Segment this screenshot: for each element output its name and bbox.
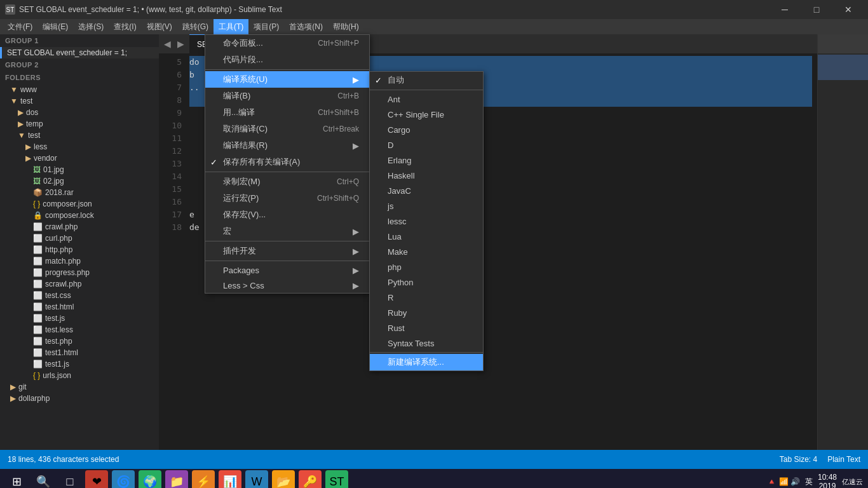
menu-entry-plugin-dev[interactable]: 插件开发 ▶ xyxy=(205,243,369,259)
buildsys-make[interactable]: Make xyxy=(370,244,483,259)
buildsys-r[interactable]: R xyxy=(370,290,483,305)
prev-tab-arrow[interactable]: ◀ xyxy=(161,37,173,50)
start-button[interactable]: ⊞ xyxy=(5,470,28,488)
buildsys-js[interactable]: js xyxy=(370,198,483,214)
buildsys-lessc[interactable]: lessc xyxy=(370,214,483,229)
tree-item-matchphp[interactable]: ⬜ match.php xyxy=(0,255,159,267)
app7-button[interactable]: W xyxy=(245,470,268,488)
menu-preferences[interactable]: 首选项(N) xyxy=(284,19,328,34)
menu-find[interactable]: 查找(I) xyxy=(109,19,141,34)
buildsys-d[interactable]: D xyxy=(370,137,483,152)
tree-item-test2[interactable]: ▼ test xyxy=(0,130,159,141)
menu-entry-save-all-build[interactable]: ✓ 保存所有有关编译(A) xyxy=(205,154,369,170)
buildsys-auto[interactable]: ✓ 自动 xyxy=(370,72,483,88)
tree-item-scrawlphp[interactable]: ⬜ scrawl.php xyxy=(0,278,159,290)
app8-button[interactable]: 📂 xyxy=(272,470,295,488)
buildsys-javac[interactable]: JavaC xyxy=(370,183,483,198)
buildsys-php[interactable]: php xyxy=(370,259,483,274)
tree-item-composerlock[interactable]: 🔒 composer.lock xyxy=(0,210,159,221)
menu-entry-snippets[interactable]: 代码片段... xyxy=(205,51,369,68)
tree-item-dos[interactable]: ▶ dos xyxy=(0,107,159,118)
json-file-icon: { } xyxy=(33,200,40,208)
tree-item-dollarphp[interactable]: ▶ dollarphp xyxy=(0,393,159,404)
close-button[interactable]: ✕ xyxy=(834,0,863,19)
menu-edit[interactable]: 编辑(E) xyxy=(37,19,73,34)
next-tab-arrow[interactable]: ▶ xyxy=(175,37,187,50)
app5-button[interactable]: ⚡ xyxy=(192,470,215,488)
tree-item-less[interactable]: ▶ less xyxy=(0,141,159,152)
image-file-icon: 🖼 xyxy=(33,165,41,174)
tree-item-curlphp[interactable]: ⬜ curl.php xyxy=(0,233,159,244)
menu-entry-build-results[interactable]: 编译结果(R) ▶ xyxy=(205,137,369,154)
clock: 10:48 2019 xyxy=(818,473,837,488)
menu-help[interactable]: 帮助(H) xyxy=(328,19,364,34)
menu-entry-packages[interactable]: Packages ▶ xyxy=(205,262,369,278)
menu-view[interactable]: 视图(V) xyxy=(142,19,177,34)
menu-entry-record-macro[interactable]: 录制宏(M) Ctrl+Q xyxy=(205,173,369,190)
syntax-label[interactable]: Plain Text xyxy=(827,455,860,464)
app1-button[interactable]: ❤ xyxy=(85,470,108,488)
sublimetext-taskbar-button[interactable]: ST xyxy=(325,470,348,488)
tab-size[interactable]: Tab Size: 4 xyxy=(780,455,817,464)
tree-item-urlsjson[interactable]: { } urls.json xyxy=(0,370,159,381)
buildsys-syntax-tests[interactable]: Syntax Tests xyxy=(370,336,483,351)
buildsys-erlang[interactable]: Erlang xyxy=(370,152,483,168)
tree-item-composerjson[interactable]: { } composer.json xyxy=(0,198,159,210)
app9-button[interactable]: 🔑 xyxy=(299,470,322,488)
tree-item-testphp[interactable]: ⬜ test.php xyxy=(0,336,159,347)
tree-item-02jpg[interactable]: 🖼 02.jpg xyxy=(0,175,159,187)
menu-file[interactable]: 文件(F) xyxy=(3,19,37,34)
menu-entry-build-systems[interactable]: 编译系统(U) ▶ ✓ 自动 Ant C++ Single File Cargo… xyxy=(205,71,369,88)
menu-goto[interactable]: 跳转(G) xyxy=(177,19,214,34)
buildsys-new[interactable]: 新建编译系统... xyxy=(370,354,483,370)
buildsys-python[interactable]: Python xyxy=(370,274,483,290)
search-taskbar-button[interactable]: 🔍 xyxy=(32,470,55,488)
tree-item-01jpg[interactable]: 🖼 01.jpg xyxy=(0,164,159,175)
buildsys-haskell[interactable]: Haskell xyxy=(370,168,483,183)
tree-item-temp[interactable]: ▶ temp xyxy=(0,118,159,130)
app2-button[interactable]: 🌀 xyxy=(112,470,135,488)
taskview-button[interactable]: □ xyxy=(58,470,81,488)
tree-item-testcss[interactable]: ⬜ test.css xyxy=(0,290,159,301)
buildsys-ant[interactable]: Ant xyxy=(370,92,483,107)
menu-project[interactable]: 项目(P) xyxy=(248,19,284,34)
minimize-button[interactable]: ─ xyxy=(770,0,799,19)
buildsys-lua[interactable]: Lua xyxy=(370,229,483,244)
tree-item-progressphp[interactable]: ⬜ progress.php xyxy=(0,267,159,278)
tree-item-rar[interactable]: 📦 2018.rar xyxy=(0,187,159,198)
tree-item-crawlphp[interactable]: ⬜ crawl.php xyxy=(0,221,159,233)
menu-tools[interactable]: 工具(T) xyxy=(214,19,248,34)
menu-entry-cancel-build[interactable]: 取消编译(C) Ctrl+Break xyxy=(205,121,369,137)
tree-item-www[interactable]: ▼ www xyxy=(0,84,159,95)
maximize-button[interactable]: □ xyxy=(802,0,831,19)
app4-button[interactable]: 📁 xyxy=(165,470,188,488)
app-icon: ST xyxy=(5,4,15,15)
buildsys-cpp[interactable]: C++ Single File xyxy=(370,107,483,122)
keyboard-layout[interactable]: 英 xyxy=(805,477,813,487)
tree-item-git[interactable]: ▶ git xyxy=(0,381,159,393)
menu-entry-less-css[interactable]: Less > Css ▶ xyxy=(205,278,369,293)
tree-item-test1js[interactable]: ⬜ test1.js xyxy=(0,358,159,370)
buildsys-rust[interactable]: Rust xyxy=(370,320,483,336)
app3-button[interactable]: 🌍 xyxy=(139,470,161,488)
menu-select[interactable]: 选择(S) xyxy=(73,19,109,34)
tree-item-test1html[interactable]: ⬜ test1.html xyxy=(0,347,159,358)
menu-entry-save-macro[interactable]: 保存宏(V)... xyxy=(205,207,369,223)
tree-item-vendor[interactable]: ▶ vendor xyxy=(0,152,159,164)
tree-item-testless[interactable]: ⬜ test.less xyxy=(0,324,159,336)
app6-button[interactable]: 📊 xyxy=(219,470,241,488)
menu-entry-macro[interactable]: 宏 ▶ xyxy=(205,223,369,240)
buildsys-cargo[interactable]: Cargo xyxy=(370,122,483,137)
menu-entry-build[interactable]: 编译(B) Ctrl+B xyxy=(205,88,369,104)
folder-icon: ▶ xyxy=(18,119,24,128)
menu-entry-build-with[interactable]: 用...编译 Ctrl+Shift+B xyxy=(205,104,369,121)
tree-item-test[interactable]: ▼ test xyxy=(0,95,159,107)
menu-entry-run-macro[interactable]: 运行宏(P) Ctrl+Shift+Q xyxy=(205,190,369,207)
active-file-tab[interactable]: SET GLOBAL event_scheduler = 1; xyxy=(0,47,159,58)
tree-item-httpphp[interactable]: ⬜ http.php xyxy=(0,244,159,255)
line-num: 7 xyxy=(161,81,182,94)
buildsys-ruby[interactable]: Ruby xyxy=(370,305,483,320)
menu-entry-command-palette[interactable]: 命令面板... Ctrl+Shift+P xyxy=(205,35,369,51)
tree-item-testjs[interactable]: ⬜ test.js xyxy=(0,313,159,324)
tree-item-testhtml[interactable]: ⬜ test.html xyxy=(0,301,159,313)
